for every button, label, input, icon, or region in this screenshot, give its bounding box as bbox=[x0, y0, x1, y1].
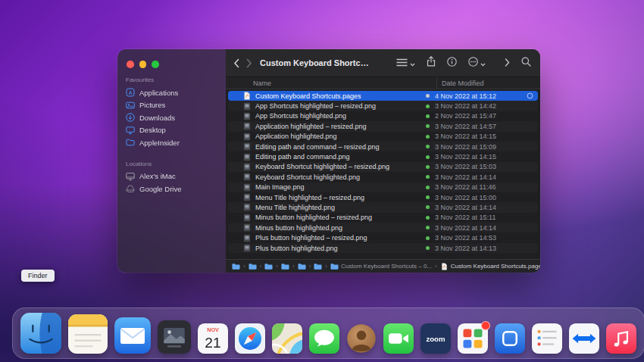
info-icon bbox=[447, 56, 457, 70]
path-crumb[interactable] bbox=[314, 263, 322, 270]
sidebar-item-label: Downloads bbox=[139, 114, 175, 122]
pictures-icon bbox=[126, 101, 135, 110]
file-row[interactable]: Application highlighted.png3 Nov 2022 at… bbox=[228, 132, 538, 142]
dock-item-finder[interactable] bbox=[20, 313, 61, 354]
dock-item-blue-app[interactable] bbox=[495, 323, 525, 354]
image-file-icon bbox=[243, 214, 251, 222]
dock-item-notes[interactable] bbox=[68, 314, 108, 354]
file-row[interactable]: App Shortcuts highlighted – resized.png3… bbox=[228, 101, 538, 111]
crumb-separator-icon: › bbox=[325, 263, 327, 270]
folder-icon bbox=[126, 138, 135, 147]
dock-item-messages[interactable] bbox=[309, 323, 339, 354]
file-row[interactable]: Plus button highlighted.png3 Nov 2022 at… bbox=[228, 243, 538, 253]
path-crumb[interactable]: Custom Keyboard Shortcuts.pages bbox=[440, 263, 540, 270]
column-date-modified[interactable]: Date Modified bbox=[436, 77, 536, 89]
column-header-spacer bbox=[228, 77, 253, 89]
status-slot bbox=[524, 143, 533, 151]
dock-item-calendar[interactable]: NOV21 bbox=[198, 323, 228, 354]
dock-item-facetime[interactable] bbox=[383, 323, 414, 354]
sidebar-item-pictures[interactable]: Pictures bbox=[117, 99, 226, 112]
path-crumb[interactable] bbox=[249, 263, 257, 270]
path-bar: ››››››Custom Keyboard Shortcuts – 0...›C… bbox=[226, 259, 540, 273]
column-name[interactable]: Name bbox=[253, 77, 436, 89]
file-date: 3 Nov 2022 at 14:53 bbox=[435, 234, 524, 242]
finder-app-icon bbox=[20, 313, 61, 354]
file-row[interactable]: Keyboard Shortcut highlighted.png3 Nov 2… bbox=[228, 172, 538, 182]
info-button[interactable] bbox=[447, 56, 457, 70]
file-row[interactable]: Menu Title highlighted.png3 Nov 2022 at … bbox=[228, 202, 538, 212]
tag-dot bbox=[426, 94, 430, 98]
sidebar-section-title: Favourites bbox=[126, 76, 226, 83]
sidebar-item-google-drive[interactable]: Google Drive bbox=[117, 183, 226, 195]
dock-item-contacts[interactable] bbox=[346, 323, 377, 354]
image-file-icon bbox=[243, 122, 251, 130]
file-row[interactable]: Main Image.png3 Nov 2022 at 11:46 bbox=[228, 183, 538, 192]
file-row[interactable]: Menu Title highlighted – resized.png3 No… bbox=[228, 192, 538, 202]
file-date: 3 Nov 2022 at 15:09 bbox=[435, 143, 524, 151]
dock-item-music[interactable] bbox=[606, 323, 636, 354]
tag-dot bbox=[426, 155, 430, 159]
dock-item-dark-app[interactable] bbox=[158, 320, 191, 354]
sidebar-item-appleinsider[interactable]: AppleInsider bbox=[117, 136, 226, 149]
window-title: Custom Keyboard Shortcut... bbox=[260, 58, 374, 67]
image-file-icon bbox=[243, 163, 251, 171]
view-options-button[interactable] bbox=[396, 56, 415, 70]
dock-item-maps[interactable] bbox=[272, 323, 302, 354]
share-button[interactable] bbox=[427, 56, 436, 70]
path-crumb[interactable] bbox=[264, 263, 273, 270]
sidebar-item-downloads[interactable]: Downloads bbox=[117, 111, 226, 124]
fullscreen-button[interactable] bbox=[152, 61, 159, 68]
image-file-icon bbox=[243, 133, 251, 141]
notification-badge bbox=[481, 321, 490, 330]
file-row[interactable]: Minus button highlighted – resized.png3 … bbox=[228, 213, 538, 223]
folder-mini-icon bbox=[330, 263, 339, 270]
status-slot bbox=[524, 245, 533, 252]
file-name: Main Image.png bbox=[255, 183, 421, 191]
svg-text:NOV: NOV bbox=[207, 327, 219, 333]
sidebar-item-applications[interactable]: AApplications bbox=[117, 86, 226, 99]
back-button[interactable] bbox=[233, 58, 239, 68]
music-app-icon bbox=[606, 323, 636, 354]
file-row[interactable]: Minus button highlighted.png3 Nov 2022 a… bbox=[228, 223, 538, 232]
path-crumb[interactable] bbox=[281, 263, 289, 270]
file-name: Custom Keyboard Shortcuts.pages bbox=[255, 92, 421, 100]
tag-dot bbox=[426, 216, 430, 220]
file-row[interactable]: Editing path and command – resized.png3 … bbox=[228, 142, 538, 151]
file-row[interactable]: Application highlighted – resized.png3 N… bbox=[228, 121, 538, 131]
file-row[interactable]: Plus button highlighted – resized.png3 N… bbox=[228, 232, 538, 242]
file-row[interactable]: Keyboard Shortcut highlighted – resized.… bbox=[228, 162, 538, 172]
minimize-button[interactable] bbox=[139, 61, 147, 68]
image-file-icon bbox=[243, 112, 251, 120]
file-date: 3 Nov 2022 at 14:14 bbox=[435, 204, 524, 211]
dock-item-zoom[interactable]: zoom bbox=[420, 323, 451, 354]
status-slot bbox=[524, 133, 533, 140]
imac-icon bbox=[126, 172, 135, 181]
dock-item-mail[interactable] bbox=[114, 317, 151, 354]
file-date: 3 Nov 2022 at 14:13 bbox=[435, 245, 524, 252]
path-crumb[interactable] bbox=[232, 263, 240, 270]
dock-item-colorful-app[interactable] bbox=[458, 323, 488, 354]
sidebar-section: LocationsAlex's iMacGoogle Drive bbox=[117, 161, 226, 195]
dock-item-list-app[interactable] bbox=[532, 323, 562, 354]
file-row[interactable]: App Shortcuts highlighted.png2 Nov 2022 … bbox=[228, 111, 538, 121]
file-row[interactable]: Editing path and command.png3 Nov 2022 a… bbox=[228, 151, 538, 161]
file-date: 2 Nov 2022 at 15:47 bbox=[435, 112, 524, 120]
forward-button[interactable] bbox=[246, 58, 252, 68]
crumb-separator-icon: › bbox=[260, 263, 262, 270]
finder-tooltip: Finder bbox=[21, 270, 55, 282]
close-button[interactable] bbox=[127, 61, 134, 68]
file-name: Menu Title highlighted.png bbox=[255, 204, 421, 211]
path-crumb[interactable]: Custom Keyboard Shortcuts – 0... bbox=[330, 263, 432, 270]
toolbar-overflow-button[interactable] bbox=[505, 56, 510, 70]
tag-dot bbox=[426, 114, 430, 118]
path-crumb[interactable] bbox=[298, 263, 306, 270]
dock-item-teamviewer[interactable] bbox=[569, 323, 599, 354]
file-row[interactable]: Custom Keyboard Shortcuts.pages4 Nov 202… bbox=[228, 91, 538, 101]
search-button[interactable] bbox=[521, 56, 531, 70]
dock-item-safari[interactable] bbox=[235, 323, 265, 354]
dark-app-app-icon bbox=[158, 320, 191, 354]
sidebar-item-alex-s-imac[interactable]: Alex's iMac bbox=[117, 170, 226, 183]
safari-app-icon bbox=[235, 323, 265, 354]
sidebar-item-desktop[interactable]: Desktop bbox=[117, 124, 226, 137]
more-options-button[interactable] bbox=[468, 56, 486, 70]
